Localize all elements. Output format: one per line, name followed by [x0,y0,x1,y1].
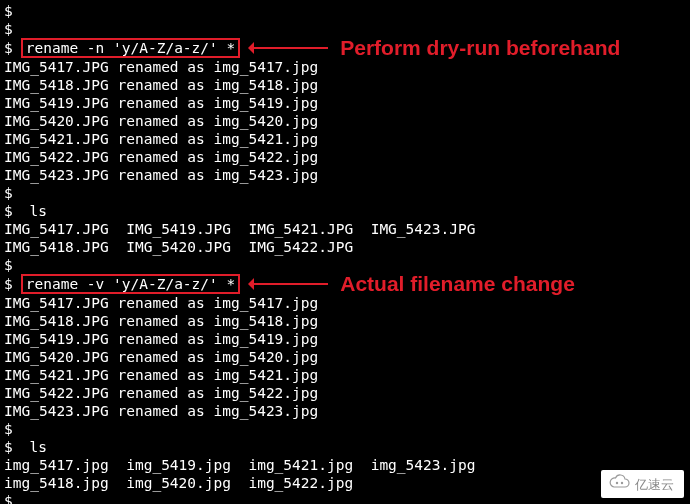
prompt: $ [4,421,13,437]
callout-dry-run: Perform dry-run beforehand [340,39,686,57]
watermark: 亿速云 [601,470,684,498]
prompt: $ [4,203,13,219]
output-line: IMG_5418.JPG renamed as img_5418.jpg [4,76,686,94]
command-dry-run: rename -n 'y/A-Z/a-z/' * [21,38,241,58]
command-actual: rename -v 'y/A-Z/a-z/' * [21,274,241,294]
prompt: $ [4,275,13,293]
svg-point-1 [621,482,623,484]
output-line: IMG_5422.JPG renamed as img_5422.jpg [4,384,686,402]
arrow-icon [250,283,328,285]
output-line: IMG_5422.JPG renamed as img_5422.jpg [4,148,686,166]
cloud-icon [607,474,631,490]
arrow-icon [250,47,328,49]
output-line: img_5417.jpg img_5419.jpg img_5421.jpg i… [4,456,686,474]
output-line: IMG_5418.JPG IMG_5420.JPG IMG_5422.JPG [4,238,686,256]
command-ls: ls [29,203,46,219]
output-line: IMG_5417.JPG IMG_5419.JPG IMG_5421.JPG I… [4,220,686,238]
output-line: IMG_5419.JPG renamed as img_5419.jpg [4,330,686,348]
output-line: img_5418.jpg img_5420.jpg img_5422.jpg [4,474,686,492]
svg-point-0 [616,482,618,484]
output-line: IMG_5421.JPG renamed as img_5421.jpg [4,366,686,384]
output-line: IMG_5423.JPG renamed as img_5423.jpg [4,166,686,184]
watermark-text: 亿速云 [635,477,674,492]
output-line: IMG_5419.JPG renamed as img_5419.jpg [4,94,686,112]
prompt: $ [4,257,13,273]
output-line: IMG_5421.JPG renamed as img_5421.jpg [4,130,686,148]
command-ls: ls [29,439,46,455]
output-line: IMG_5417.JPG renamed as img_5417.jpg [4,58,686,76]
output-line: IMG_5423.JPG renamed as img_5423.jpg [4,402,686,420]
command-actual-line: $ rename -v 'y/A-Z/a-z/' * Actual filena… [4,274,686,294]
prompt: $ [4,3,13,19]
terminal[interactable]: $ $ $ rename -n 'y/A-Z/a-z/' * Perform d… [4,2,686,504]
command-dry-run-line: $ rename -n 'y/A-Z/a-z/' * Perform dry-r… [4,38,686,58]
callout-actual: Actual filename change [340,275,686,293]
output-line: IMG_5420.JPG renamed as img_5420.jpg [4,112,686,130]
prompt: $ [4,493,13,504]
prompt: $ [4,39,13,57]
output-line: IMG_5420.JPG renamed as img_5420.jpg [4,348,686,366]
output-line: IMG_5418.JPG renamed as img_5418.jpg [4,312,686,330]
prompt: $ [4,185,13,201]
output-line: IMG_5417.JPG renamed as img_5417.jpg [4,294,686,312]
prompt: $ [4,439,13,455]
prompt: $ [4,21,13,37]
